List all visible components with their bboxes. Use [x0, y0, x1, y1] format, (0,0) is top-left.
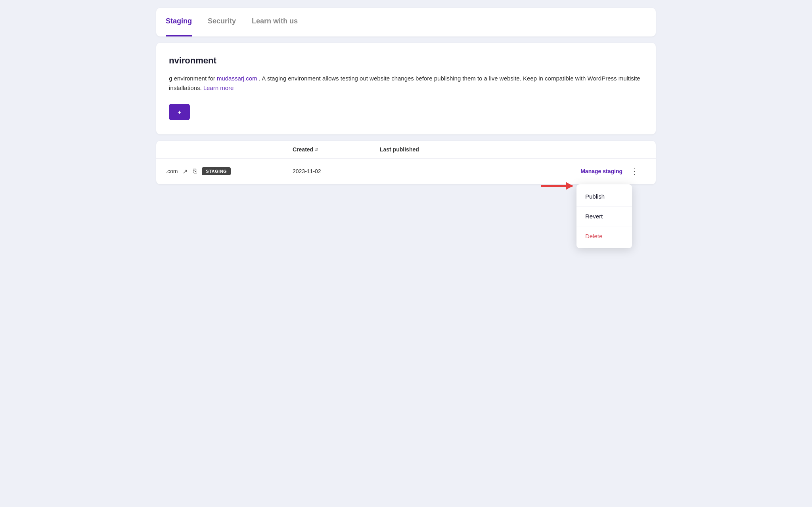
tabs-card: Staging Security Learn with us: [156, 8, 656, 36]
more-options-button[interactable]: ⋮: [628, 165, 641, 178]
table-row: .com ↗ ⎘ STAGING 2023-11-02 Manage stagi…: [156, 159, 656, 184]
sort-created-icon[interactable]: ⇵: [315, 147, 318, 152]
domain-link[interactable]: mudassarj.com: [217, 75, 257, 82]
page-wrapper: Staging Security Learn with us nvironmen…: [156, 8, 656, 184]
manage-staging-link[interactable]: Manage staging: [580, 168, 622, 174]
tab-learn[interactable]: Learn with us: [252, 8, 298, 36]
tabs-row: Staging Security Learn with us: [166, 8, 646, 36]
col-more: [622, 146, 646, 153]
dropdown-divider-1: [576, 206, 632, 207]
section-heading: nvironment: [169, 55, 643, 66]
learn-more-link[interactable]: Learn more: [203, 84, 234, 91]
site-cell: .com ↗ ⎘ STAGING: [166, 167, 293, 176]
dropdown-publish[interactable]: Publish: [576, 187, 632, 205]
dropdown-revert[interactable]: Revert: [576, 207, 632, 225]
col-actions: [483, 146, 622, 153]
tab-security[interactable]: Security: [208, 8, 236, 36]
staging-badge: STAGING: [202, 167, 231, 175]
create-staging-button[interactable]: +: [169, 104, 190, 120]
info-card: nvironment g environment for mudassarj.c…: [156, 43, 656, 134]
table-header: Created ⇵ Last published: [156, 141, 656, 159]
site-name: .com: [166, 168, 178, 174]
arrow-line: [541, 185, 573, 187]
arrow-annotation: [541, 185, 573, 187]
col-last-published: Last published: [380, 146, 483, 153]
more-cell: ⋮: [622, 165, 646, 178]
dropdown-divider-2: [576, 226, 632, 226]
section-description: g environment for mudassarj.com . A stag…: [169, 74, 643, 93]
tab-staging[interactable]: Staging: [166, 8, 192, 36]
copy-site-icon[interactable]: ⎘: [192, 167, 198, 176]
manage-cell: Manage staging: [483, 168, 622, 174]
open-site-icon[interactable]: ↗: [182, 167, 188, 176]
created-date: 2023-11-02: [293, 168, 380, 174]
table-card: Created ⇵ Last published .com ↗ ⎘ STAGIN…: [156, 141, 656, 184]
col-site: [166, 146, 293, 153]
dropdown-delete[interactable]: Delete: [576, 227, 632, 245]
dropdown-menu: Publish Revert Delete: [576, 184, 632, 248]
col-created: Created ⇵: [293, 146, 380, 153]
